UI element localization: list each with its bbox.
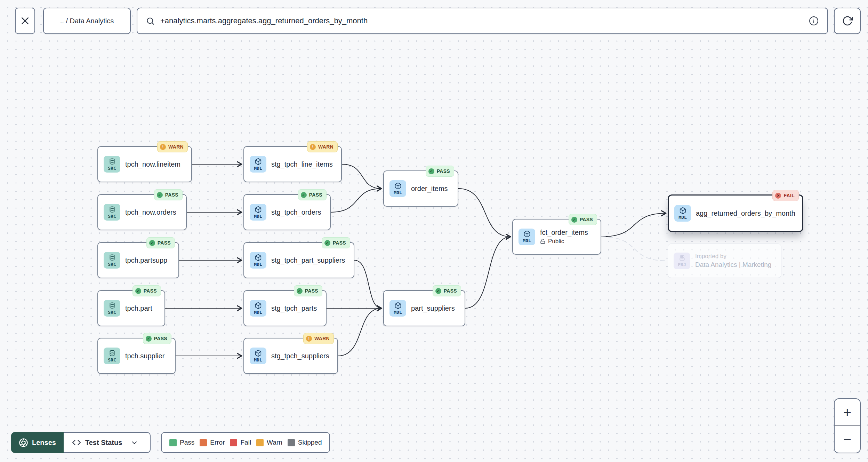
refresh-button[interactable] xyxy=(834,8,861,34)
pass-status-icon: ✓ xyxy=(428,168,434,174)
node-type-label: PRJ xyxy=(678,262,686,267)
status-badge: ✓ PASS xyxy=(322,237,350,248)
node-stg_tpch_suppliers[interactable]: ! WARN MDLstg_tpch_suppliers xyxy=(243,338,338,374)
node-type-label: MDL xyxy=(254,214,262,219)
status-badge: ! WARN xyxy=(303,333,334,344)
pass-status-icon: ✓ xyxy=(571,217,577,223)
node-part_suppliers[interactable]: ✓ PASS MDLpart_suppliers xyxy=(383,290,465,326)
visibility-label: Public xyxy=(540,238,588,245)
node-stg_tpch_line_items[interactable]: ! WARN MDLstg_tpch_line_items xyxy=(243,146,342,182)
node-type-label: SRC xyxy=(108,357,116,363)
node-title: tpch.supplier xyxy=(125,352,164,360)
status-badge: ✓ PASS xyxy=(426,166,454,177)
node-type-tile: MDL xyxy=(519,229,535,245)
warn-status-icon: ! xyxy=(160,144,166,150)
pass-status-icon: ✓ xyxy=(297,288,303,294)
node-title: order_items xyxy=(411,185,448,193)
imported-by-label: Imported by xyxy=(695,253,771,260)
legend-item-error: Error xyxy=(200,439,225,446)
node-stg_tpch_part_suppliers[interactable]: ✓ PASS MDLstg_tpch_part_suppliers xyxy=(243,242,354,278)
status-badge: ✓ PASS xyxy=(294,285,322,296)
status-label: PASS xyxy=(444,288,457,294)
node-order_items[interactable]: ✓ PASS MDLorder_items xyxy=(383,170,458,207)
model-cube-icon xyxy=(394,182,402,190)
project-icon xyxy=(678,254,686,262)
close-icon xyxy=(20,16,30,26)
node-imported_by_project[interactable]: PRJImported by Data Analytics | Marketin… xyxy=(668,244,781,278)
legend-swatch-warn xyxy=(256,439,264,446)
breadcrumb-label: .. / Data Analytics xyxy=(60,17,114,25)
pass-status-icon: ✓ xyxy=(149,240,155,246)
node-agg_returned_orders_by_month[interactable]: ✕ FAIL MDLagg_returned_orders_by_month xyxy=(668,194,803,232)
node-tpch_partsupp[interactable]: ✓ PASS SRCtpch.partsupp xyxy=(97,242,179,278)
status-label: WARN xyxy=(318,144,333,150)
node-type-label: MDL xyxy=(678,215,686,220)
model-cube-icon xyxy=(255,254,262,261)
node-title: tpch_now.orders xyxy=(125,208,176,216)
database-icon xyxy=(108,302,116,309)
node-type-label: MDL xyxy=(394,190,402,195)
node-type-tile: MDL xyxy=(250,204,266,221)
legend-item-warn: Warn xyxy=(256,439,282,446)
status-label: FAIL xyxy=(783,193,795,198)
lineage-canvas[interactable]: ! WARN SRCtpch_now.lineitem ! WARN MDLst… xyxy=(0,0,868,462)
legend-swatch-skipped xyxy=(288,439,295,446)
lens-dropdown[interactable]: Test Status xyxy=(64,432,151,453)
search-box[interactable] xyxy=(137,8,828,34)
node-title: stg_tpch_part_suppliers xyxy=(271,256,345,264)
status-label: PASS xyxy=(154,336,167,341)
status-label: PASS xyxy=(580,217,593,222)
legend-swatch-fail xyxy=(230,439,237,446)
selected-lens-label: Test Status xyxy=(85,439,122,447)
legend-item-fail: Fail xyxy=(230,439,251,446)
node-tpch_now_orders[interactable]: ✓ PASS SRCtpch_now.orders xyxy=(97,194,187,230)
importing-project-name: Data Analytics | Marketing xyxy=(695,261,771,269)
node-title: tpch_now.lineitem xyxy=(125,160,180,168)
test-status-legend: Pass Error Fail Warn Skipped xyxy=(161,432,330,453)
node-type-tile: MDL xyxy=(250,300,266,317)
legend-label: Pass xyxy=(180,439,194,446)
lens-selector-group: Lenses Test Status xyxy=(11,432,151,453)
node-title: fct_order_items xyxy=(540,229,588,237)
search-input[interactable] xyxy=(160,16,803,25)
zoom-in-button[interactable]: + xyxy=(835,399,860,425)
node-title: stg_tpch_orders xyxy=(271,208,321,216)
legend-swatch-pass xyxy=(169,439,177,446)
node-title: stg_tpch_suppliers xyxy=(271,352,329,360)
status-badge: ! WARN xyxy=(157,141,188,152)
pass-status-icon: ✓ xyxy=(301,192,307,198)
model-cube-icon xyxy=(255,350,262,357)
model-cube-icon xyxy=(394,302,402,309)
pass-status-icon: ✓ xyxy=(435,288,441,294)
node-fct_order_items[interactable]: ✓ PASS MDLfct_order_itemsPublic xyxy=(512,219,601,255)
lenses-button[interactable]: Lenses xyxy=(11,432,64,453)
node-type-label: MDL xyxy=(523,238,531,243)
node-tpch_now_lineitem[interactable]: ! WARN SRCtpch_now.lineitem xyxy=(97,146,192,182)
zoom-out-button[interactable]: − xyxy=(835,426,860,453)
node-type-label: MDL xyxy=(254,166,262,171)
node-type-tile: SRC xyxy=(104,300,120,317)
zoom-controls: + − xyxy=(834,398,861,453)
pass-status-icon: ✓ xyxy=(324,240,330,246)
warn-status-icon: ! xyxy=(310,144,316,150)
node-title: tpch.part xyxy=(125,304,152,312)
node-stg_tpch_orders[interactable]: ✓ PASS MDLstg_tpch_orders xyxy=(243,194,331,230)
node-tpch_part[interactable]: ✓ PASS SRCtpch.part xyxy=(97,290,165,326)
node-type-label: MDL xyxy=(254,310,262,315)
status-badge: ✓ PASS xyxy=(298,189,327,200)
node-type-tile: SRC xyxy=(104,156,120,173)
legend-label: Skipped xyxy=(298,439,322,446)
node-type-tile: MDL xyxy=(389,180,406,197)
status-badge: ! WARN xyxy=(307,141,338,152)
node-tpch_supplier[interactable]: ✓ PASS SRCtpch.supplier xyxy=(97,338,176,374)
lenses-aperture-icon xyxy=(19,438,28,447)
database-icon xyxy=(108,350,116,357)
status-label: PASS xyxy=(333,240,346,246)
model-cube-icon xyxy=(255,206,262,213)
breadcrumb[interactable]: .. / Data Analytics xyxy=(43,8,131,34)
node-type-tile: MDL xyxy=(250,348,266,364)
close-button[interactable] xyxy=(15,8,35,34)
node-stg_tpch_parts[interactable]: ✓ PASS MDLstg_tpch_parts xyxy=(243,290,327,326)
database-icon xyxy=(108,206,116,213)
info-icon[interactable] xyxy=(809,16,819,26)
